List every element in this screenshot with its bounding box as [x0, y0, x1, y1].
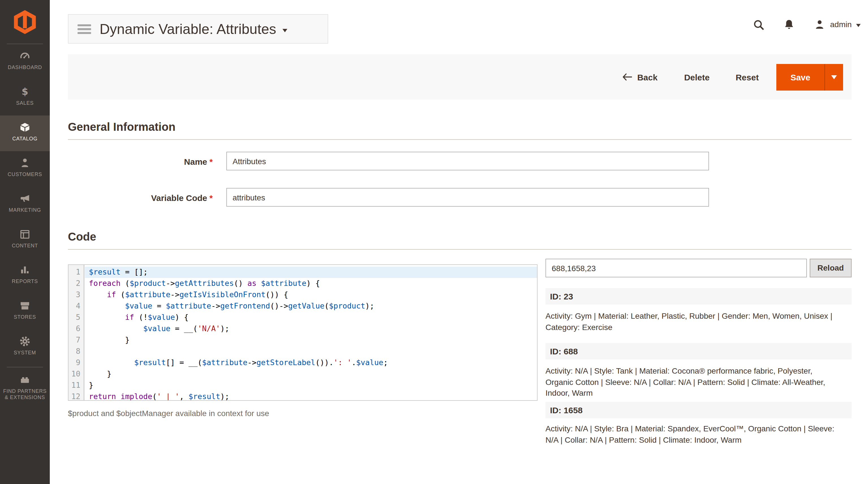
- arrow-left-icon: [622, 73, 632, 81]
- sidebar-item-marketing[interactable]: MARKETING: [0, 187, 50, 222]
- line-number: 11: [68, 380, 84, 391]
- sidebar-item-label: CONTENT: [12, 243, 38, 249]
- title-chevron-down-icon[interactable]: [282, 29, 287, 32]
- delete-button[interactable]: Delete: [684, 72, 710, 82]
- section-divider: [68, 139, 851, 140]
- admin-username: admin: [830, 20, 851, 29]
- sidebar-item-customers[interactable]: CUSTOMERS: [0, 151, 50, 187]
- required-asterisk: *: [209, 157, 213, 167]
- code-line: if (!$value) {: [85, 312, 537, 323]
- preview-attributes-text: Activity: N/A | Style: Bra | Material: S…: [546, 423, 854, 446]
- sidebar: DASHBOARD$SALESCATALOGCUSTOMERSMARKETING…: [0, 0, 50, 484]
- account-chevron-down-icon: [856, 24, 861, 27]
- dollar-icon: $: [19, 86, 31, 97]
- sidebar-item-label: FIND PARTNERS& EXTENSIONS: [3, 388, 47, 401]
- preview-id-header: ID: 688: [546, 343, 851, 360]
- sidebar-footer: FIND PARTNERS& EXTENSIONS: [0, 370, 50, 409]
- sidebar-item-dashboard[interactable]: DASHBOARD: [0, 44, 50, 80]
- sidebar-item-system[interactable]: SYSTEM: [0, 329, 50, 365]
- code-editor[interactable]: 123456789101112 $result = [];foreach ($p…: [68, 264, 537, 401]
- magento-logo-icon[interactable]: [0, 0, 50, 44]
- sidebar-item-content[interactable]: CONTENT: [0, 222, 50, 258]
- search-icon[interactable]: [752, 19, 765, 31]
- brick-icon: [19, 374, 31, 386]
- code-heading: Code: [68, 231, 96, 243]
- line-number: 12: [68, 391, 84, 401]
- line-number: 6: [68, 323, 84, 335]
- hamburger-icon[interactable]: [78, 24, 91, 34]
- line-number: 5: [68, 312, 84, 323]
- reset-button[interactable]: Reset: [736, 72, 759, 82]
- save-button[interactable]: Save: [776, 64, 825, 90]
- preview-attributes-text: Activity: N/A | Style: Tank | Material: …: [546, 366, 854, 399]
- line-number: 4: [68, 301, 84, 312]
- gear-icon: [19, 336, 31, 347]
- save-split-button: Save: [776, 64, 843, 90]
- page-icon: [19, 229, 31, 240]
- preview-attributes-text: Activity: Gym | Material: Leather, Plast…: [546, 311, 854, 333]
- sidebar-item-label: CATALOG: [12, 136, 38, 142]
- sidebar-item-label: STORES: [14, 314, 36, 321]
- bell-icon[interactable]: [783, 18, 795, 31]
- line-number: 2: [68, 278, 84, 289]
- code-editor-lines: $result = [];foreach ($product->getAttri…: [85, 267, 537, 401]
- preview-id-header: ID: 23: [546, 288, 851, 305]
- code-line: }: [85, 380, 537, 391]
- code-line: if ($attribute->getIsVisibleOnFront()) {: [85, 289, 537, 301]
- general-information-heading: General Information: [68, 121, 176, 133]
- person-icon: [19, 157, 31, 169]
- code-editor-gutter: 123456789101112: [68, 265, 84, 400]
- line-number: 8: [68, 346, 84, 357]
- sidebar-item-stores[interactable]: STORES: [0, 294, 50, 329]
- code-line: $value = $attribute->getFrontend()->getV…: [85, 301, 537, 312]
- storefront-icon: [19, 300, 31, 311]
- line-number: 9: [68, 357, 84, 368]
- chevron-down-icon: [831, 75, 837, 79]
- sidebar-item-label: CUSTOMERS: [8, 172, 42, 178]
- name-field[interactable]: [226, 152, 709, 171]
- line-number: 1: [68, 267, 84, 278]
- sidebar-item-label: MARKETING: [9, 207, 41, 213]
- save-options-button[interactable]: [825, 64, 843, 90]
- sidebar-item-catalog[interactable]: CATALOG: [0, 116, 50, 151]
- gauge-icon: [19, 50, 31, 62]
- code-line: $result = [];: [85, 267, 537, 278]
- preview-ids-input[interactable]: [546, 259, 807, 277]
- code-line: return implode(' | ', $result);: [85, 391, 537, 401]
- page-actions-toolbar: Back Delete Reset Save: [68, 54, 851, 100]
- page-title: Dynamic Variable: Attributes: [100, 21, 276, 37]
- reload-button[interactable]: Reload: [810, 259, 851, 277]
- sidebar-item-sales[interactable]: $SALES: [0, 80, 50, 116]
- page-title-box: Dynamic Variable: Attributes: [68, 14, 328, 43]
- megaphone-icon: [19, 193, 31, 204]
- variable-code-field[interactable]: [226, 188, 709, 207]
- section-divider: [68, 249, 851, 250]
- code-line: }: [85, 368, 537, 380]
- line-number: 10: [68, 368, 84, 380]
- variable-code-label: Variable Code*: [68, 193, 213, 203]
- code-line: }: [85, 335, 537, 346]
- line-number: 3: [68, 289, 84, 301]
- admin-account-menu[interactable]: admin: [814, 18, 861, 31]
- sidebar-item-reports[interactable]: REPORTS: [0, 258, 50, 294]
- page: DASHBOARD$SALESCATALOGCUSTOMERSMARKETING…: [0, 0, 868, 484]
- magento-logo-mark: [12, 9, 38, 35]
- code-line: [85, 346, 537, 357]
- preview-id-header: ID: 1658: [546, 402, 851, 418]
- bar-chart-icon: [19, 264, 31, 276]
- code-context-note: $product and $objectManager available in…: [68, 409, 269, 418]
- code-line: $value = __('N/A');: [85, 323, 537, 335]
- code-line: foreach ($product->getAttributes() as $a…: [85, 278, 537, 289]
- box-icon: [19, 122, 31, 133]
- user-icon: [814, 19, 825, 30]
- sidebar-item-label: REPORTS: [12, 278, 38, 285]
- sidebar-nav: DASHBOARD$SALESCATALOGCUSTOMERSMARKETING…: [0, 44, 50, 365]
- sidebar-item-find-partners[interactable]: FIND PARTNERS& EXTENSIONS: [0, 370, 50, 409]
- sidebar-item-label: DASHBOARD: [8, 64, 42, 71]
- sidebar-item-label: SALES: [16, 100, 34, 107]
- svg-text:$: $: [22, 86, 28, 97]
- back-button[interactable]: Back: [622, 72, 657, 82]
- code-line: $result[] = __($attribute->getStoreLabel…: [85, 357, 537, 368]
- sidebar-item-label: SYSTEM: [14, 350, 36, 356]
- required-asterisk: *: [209, 193, 213, 203]
